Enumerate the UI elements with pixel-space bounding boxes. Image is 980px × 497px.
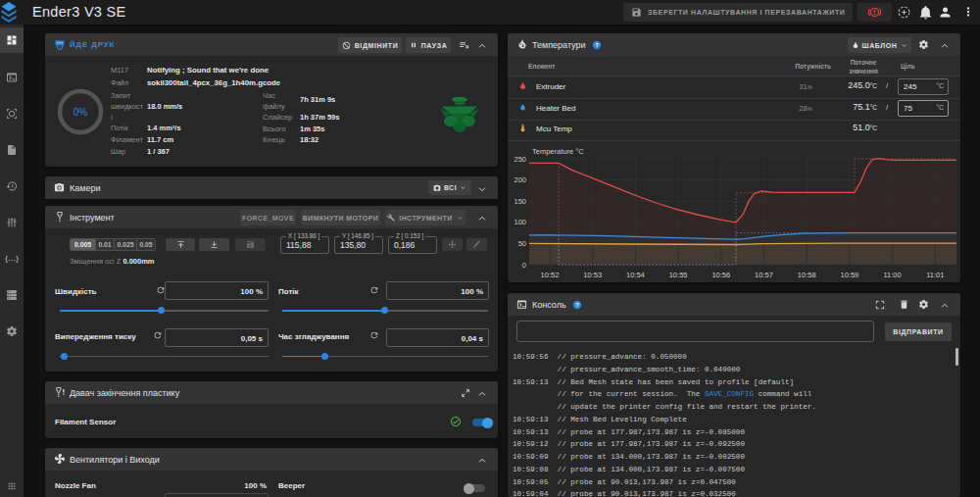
svg-text:Temperature °C: Temperature °C	[532, 147, 584, 156]
svg-text:0: 0	[522, 261, 526, 270]
svg-text:50: 50	[518, 239, 526, 248]
svg-text:11:00: 11:00	[883, 271, 901, 279]
svg-text:10:55: 10:55	[669, 271, 688, 279]
svg-text:10:53: 10:53	[583, 271, 602, 279]
svg-text:250: 250	[514, 155, 526, 164]
svg-text:10:59: 10:59	[841, 271, 859, 279]
svg-text:200: 200	[514, 175, 526, 184]
svg-text:10:54: 10:54	[626, 271, 645, 279]
svg-text:100: 100	[514, 218, 526, 226]
svg-text:10:58: 10:58	[798, 271, 816, 279]
svg-text:?: ?	[575, 302, 579, 308]
svg-text:10:52: 10:52	[541, 271, 560, 279]
svg-text:?: ?	[595, 42, 599, 48]
svg-text:11:01: 11:01	[926, 271, 944, 279]
svg-text:150: 150	[514, 197, 526, 206]
svg-text:10:57: 10:57	[755, 271, 773, 279]
svg-text:0%: 0%	[74, 107, 88, 118]
svg-text:10:56: 10:56	[711, 271, 730, 279]
